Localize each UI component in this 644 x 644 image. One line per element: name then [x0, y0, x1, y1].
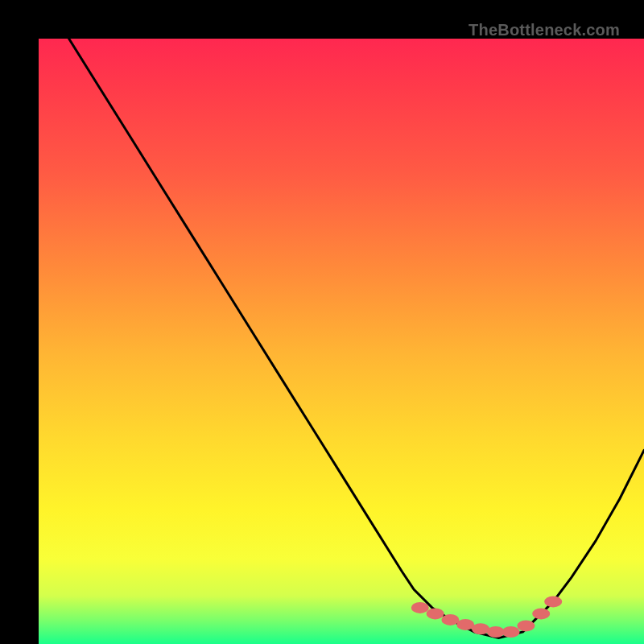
marker-dot: [427, 608, 444, 619]
minimum-markers: [411, 596, 562, 638]
curve-svg: [39, 39, 644, 644]
plot-area: [39, 39, 644, 644]
marker-dot: [487, 626, 505, 638]
marker-dot: [502, 626, 520, 638]
marker-dot: [532, 608, 550, 619]
marker-dot: [456, 619, 474, 630]
bottleneck-curve: [69, 39, 644, 638]
watermark-text: TheBottleneck.com: [469, 21, 620, 39]
marker-dot: [411, 602, 429, 613]
marker-dot: [517, 620, 535, 631]
chart-frame: [0, 0, 644, 644]
marker-dot: [472, 623, 489, 634]
marker-dot: [544, 596, 562, 607]
marker-dot: [441, 614, 459, 625]
